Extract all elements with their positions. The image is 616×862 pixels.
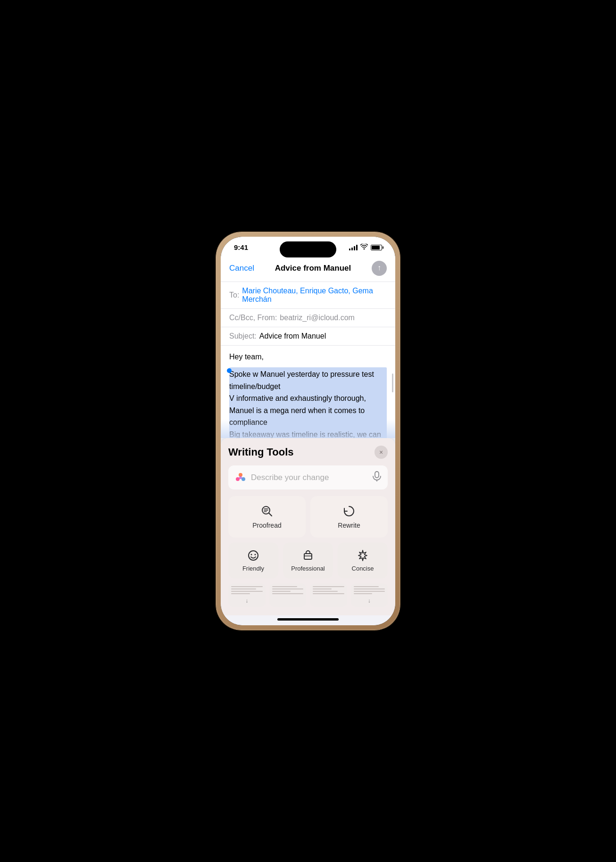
email-body[interactable]: Hey team, Spoke w Manuel yesterday to pr… <box>221 346 395 438</box>
nav-bar: Cancel Advice from Manuel ↑ <box>221 255 395 282</box>
battery-icon <box>371 245 382 250</box>
dynamic-island <box>280 241 336 257</box>
thumbnail-4[interactable]: ↓ <box>351 583 388 607</box>
signal-icon <box>349 245 358 250</box>
writing-tools-panel: Writing Tools × Describe your change <box>221 438 395 615</box>
writing-tools-header: Writing Tools × <box>228 446 388 459</box>
professional-icon <box>301 549 315 562</box>
cc-bcc-field-row[interactable]: Cc/Bcc, From: beatriz_ri@icloud.com <box>221 309 395 327</box>
main-tools-row: Proofread Rewrite <box>228 496 388 538</box>
describe-change-field[interactable]: Describe your change <box>228 465 388 489</box>
rewrite-label: Rewrite <box>338 522 360 529</box>
subject-field-row[interactable]: Subject: Advice from Manuel <box>221 327 395 346</box>
svg-point-0 <box>239 473 242 477</box>
to-label: To: <box>229 291 239 299</box>
apple-intelligence-icon <box>235 472 246 483</box>
professional-button[interactable]: Professional <box>283 542 333 579</box>
send-arrow-icon: ↑ <box>377 264 381 272</box>
svg-line-7 <box>269 513 272 516</box>
proofread-button[interactable]: Proofread <box>228 496 306 538</box>
compose-title: Advice from Manuel <box>275 264 351 273</box>
friendly-label: Friendly <box>242 565 264 572</box>
home-indicator <box>221 615 395 625</box>
status-icons <box>349 244 382 251</box>
thumb-arrow-4: ↓ <box>368 597 371 604</box>
svg-point-12 <box>251 554 252 555</box>
proofread-label: Proofread <box>252 522 281 529</box>
body-fade <box>221 419 395 438</box>
concise-label: Concise <box>352 565 374 572</box>
svg-point-1 <box>236 477 240 481</box>
phone-inner: 9:41 <box>221 237 395 625</box>
rewrite-button[interactable]: Rewrite <box>310 496 388 538</box>
subject-label: Subject: <box>229 332 257 340</box>
concise-icon <box>356 549 369 562</box>
cancel-button[interactable]: Cancel <box>229 264 254 273</box>
scroll-indicator <box>392 373 393 392</box>
send-button[interactable]: ↑ <box>372 261 387 276</box>
thumbnails-row: ↓ <box>228 583 388 607</box>
rewrite-icon <box>342 505 356 518</box>
to-recipients: Marie Chouteau, Enrique Gacto, Gema Merc… <box>242 287 387 304</box>
svg-point-11 <box>249 551 258 560</box>
writing-tools-close-button[interactable]: × <box>375 446 388 459</box>
writing-tools-title: Writing Tools <box>228 446 294 458</box>
concise-button[interactable]: Concise <box>338 542 388 579</box>
describe-change-placeholder: Describe your change <box>251 473 368 482</box>
svg-point-3 <box>239 476 242 479</box>
phone-frame: 9:41 <box>216 232 400 630</box>
screen: 9:41 <box>221 237 395 625</box>
email-greeting: Hey team, <box>229 351 387 363</box>
svg-rect-14 <box>304 554 312 559</box>
cc-bcc-label: Cc/Bcc, From: <box>229 314 277 322</box>
mic-icon[interactable] <box>373 471 381 484</box>
tone-tools-row: Friendly Professional <box>228 542 388 579</box>
wifi-icon <box>360 244 368 251</box>
svg-point-2 <box>241 477 245 481</box>
friendly-button[interactable]: Friendly <box>228 542 278 579</box>
to-field-row[interactable]: To: Marie Chouteau, Enrique Gacto, Gema … <box>221 282 395 309</box>
mail-compose: Cancel Advice from Manuel ↑ To: Marie Ch… <box>221 255 395 438</box>
subject-value: Advice from Manuel <box>259 332 326 340</box>
professional-label: Professional <box>291 565 325 572</box>
thumbnail-3[interactable] <box>310 583 347 607</box>
selection-handle-start <box>227 368 232 373</box>
svg-rect-4 <box>375 472 379 478</box>
thumb-arrow-1: ↓ <box>245 597 248 604</box>
home-bar <box>277 618 339 621</box>
proofread-icon <box>260 505 274 518</box>
cc-bcc-value: beatriz_ri@icloud.com <box>280 314 355 322</box>
close-icon: × <box>379 448 383 456</box>
status-time: 9:41 <box>234 243 248 251</box>
thumbnail-2[interactable] <box>269 583 307 607</box>
thumbnail-1[interactable]: ↓ <box>228 583 266 607</box>
friendly-icon <box>247 549 260 562</box>
svg-point-13 <box>255 554 256 555</box>
